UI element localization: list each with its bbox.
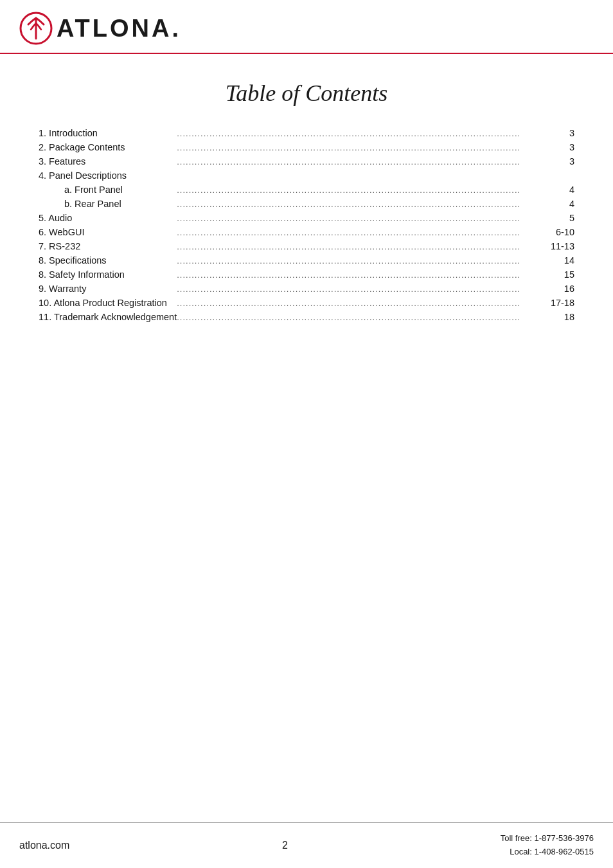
- toc-row: a. Front Panel4: [39, 183, 574, 197]
- toc-page: 3: [551, 140, 574, 154]
- toc-dot-leader: [177, 312, 551, 322]
- toc-dots: [177, 282, 551, 296]
- footer-toll-free: Toll free: 1-877-536-3976: [501, 833, 594, 843]
- toc-label: a. Front Panel: [39, 183, 177, 197]
- toc-dots: [177, 239, 551, 253]
- toc-table: 1. Introduction32. Package Contents33. F…: [39, 126, 574, 324]
- toc-dots: [177, 253, 551, 267]
- toc-page: 6-10: [551, 225, 574, 239]
- toc-dot-leader: [177, 142, 551, 152]
- toc-dots: [177, 296, 551, 310]
- toc-row: 11. Trademark Acknowledgement18: [39, 310, 574, 324]
- toc-dot-leader: [177, 241, 551, 251]
- toc-row: 8. Safety Information15: [39, 267, 574, 282]
- main-content: Table of Contents 1. Introduction32. Pac…: [0, 54, 613, 822]
- toc-dot-leader: [177, 284, 551, 294]
- toc-label: 10. Atlona Product Registration: [39, 296, 177, 310]
- logo-text: ATLONA.: [57, 15, 181, 42]
- atlona-icon: [19, 12, 53, 45]
- toc-page: [551, 168, 574, 183]
- toc-label: b. Rear Panel: [39, 197, 177, 211]
- toc-dot-leader: [177, 227, 551, 237]
- footer-contact: Toll free: 1-877-536-3976 Local: 1-408-9…: [501, 832, 594, 859]
- toc-row: 4. Panel Descriptions: [39, 168, 574, 183]
- toc-row: 3. Features3: [39, 154, 574, 168]
- toc-page: 3: [551, 154, 574, 168]
- toc-label: 2. Package Contents: [39, 140, 177, 154]
- toc-dot-leader: [177, 298, 551, 308]
- toc-page: 16: [551, 282, 574, 296]
- toc-dots: [177, 140, 551, 154]
- page-header: ATLONA.: [0, 0, 613, 54]
- toc-page: 4: [551, 183, 574, 197]
- toc-row: b. Rear Panel4: [39, 197, 574, 211]
- toc-label: 4. Panel Descriptions: [39, 168, 177, 183]
- toc-row: 1. Introduction3: [39, 126, 574, 140]
- toc-row: 9. Warranty16: [39, 282, 574, 296]
- toc-row: 5. Audio5: [39, 211, 574, 225]
- toc-row: 7. RS-23211-13: [39, 239, 574, 253]
- toc-dots: [177, 197, 551, 211]
- logo-container: ATLONA.: [19, 12, 181, 45]
- toc-dot-leader: [177, 156, 551, 167]
- footer-local: Local: 1-408-962-0515: [510, 847, 594, 856]
- toc-page: 15: [551, 267, 574, 282]
- toc-label: 1. Introduction: [39, 126, 177, 140]
- page-title: Table of Contents: [39, 80, 574, 107]
- toc-row: 2. Package Contents3: [39, 140, 574, 154]
- toc-label: 7. RS-232: [39, 239, 177, 253]
- toc-label: 8. Specifications: [39, 253, 177, 267]
- toc-dots: [177, 267, 551, 282]
- toc-page: 17-18: [551, 296, 574, 310]
- toc-label: 9. Warranty: [39, 282, 177, 296]
- footer-page-number: 2: [282, 840, 288, 851]
- toc-dots: [177, 310, 551, 324]
- toc-page: 3: [551, 126, 574, 140]
- toc-page: 18: [551, 310, 574, 324]
- toc-page: 14: [551, 253, 574, 267]
- toc-row: 6. WebGUI6-10: [39, 225, 574, 239]
- toc-label: 11. Trademark Acknowledgement: [39, 310, 177, 324]
- toc-dot-leader: [177, 255, 551, 266]
- toc-dot-leader: [177, 269, 551, 280]
- toc-label: 3. Features: [39, 154, 177, 168]
- toc-dot-leader: [177, 199, 551, 209]
- toc-label: 8. Safety Information: [39, 267, 177, 282]
- toc-dots: [177, 154, 551, 168]
- toc-page: 11-13: [551, 239, 574, 253]
- toc-dots: [177, 211, 551, 225]
- page-footer: atlona.com 2 Toll free: 1-877-536-3976 L…: [0, 822, 613, 868]
- toc-dots: [177, 225, 551, 239]
- toc-dots: [177, 168, 551, 183]
- footer-website: atlona.com: [19, 840, 69, 851]
- toc-page: 5: [551, 211, 574, 225]
- toc-dot-leader: [177, 128, 551, 138]
- toc-page: 4: [551, 197, 574, 211]
- toc-dot-leader: [177, 185, 551, 195]
- toc-dots: [177, 183, 551, 197]
- toc-row: 8. Specifications14: [39, 253, 574, 267]
- toc-dots: [177, 126, 551, 140]
- toc-row: 10. Atlona Product Registration17-18: [39, 296, 574, 310]
- toc-dot-leader: [177, 213, 551, 223]
- toc-label: 6. WebGUI: [39, 225, 177, 239]
- toc-label: 5. Audio: [39, 211, 177, 225]
